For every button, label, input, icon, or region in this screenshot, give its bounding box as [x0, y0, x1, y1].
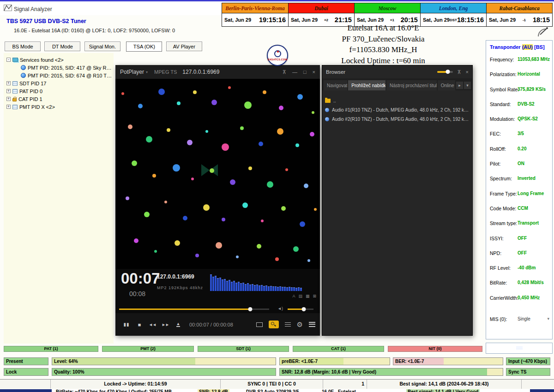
video-circle	[193, 90, 197, 94]
clock-time: 19:15:16	[259, 16, 286, 24]
expand-icon[interactable]: +	[6, 97, 11, 101]
chevron-down-icon[interactable]: ▾	[464, 82, 471, 89]
list-item[interactable]: Audio #2(R10 TNZ) - Dutch, MPEG Audio, 4…	[325, 114, 470, 124]
tree-item[interactable]: +SDT PID 17	[4, 79, 114, 87]
tree-item[interactable]: +CAT PID 1	[4, 95, 114, 103]
video-circle	[183, 216, 187, 220]
video-circle	[277, 128, 283, 135]
eject-button[interactable]: ▲	[172, 318, 185, 332]
stop-button[interactable]: ■	[133, 318, 146, 332]
statusbar-best-signal: Best signal: 14,1 dB (2024-06-29 18:43)	[367, 380, 522, 389]
seek-row: ◄)	[115, 305, 320, 313]
tree-item[interactable]: PMT PID: 2015, SID: 417 @ Sky Radio TNZ …	[4, 64, 114, 71]
tab-nastroj-prochazeni-titulku[interactable]: Nástroj procházení titulků	[386, 80, 437, 90]
close-box-icon[interactable]: ⊠	[313, 294, 316, 298]
video-circle	[146, 136, 152, 143]
spectrum-bar	[249, 285, 251, 291]
pin-icon[interactable]: ⊼	[283, 69, 286, 75]
expand-icon[interactable]: +	[6, 89, 11, 93]
transponder-value: Transport	[518, 220, 539, 226]
tree-item[interactable]: +PMT PID X <2>	[4, 103, 114, 111]
clipped-block	[530, 389, 554, 392]
video-circle	[203, 204, 210, 211]
tab-navigovat[interactable]: Navigovat	[324, 80, 347, 90]
clock-offset: +2	[324, 18, 328, 22]
seek-handle[interactable]	[248, 307, 253, 311]
tab-signal-mon[interactable]: Signal Mon.	[84, 42, 120, 51]
chevron-down-icon[interactable]: ▾	[146, 70, 148, 74]
menu-icon[interactable]	[309, 322, 315, 327]
close-icon[interactable]: ×	[313, 69, 315, 75]
annotation-text: Eutelsat 16A at 16.0°E PF 370_Lučenec/Sl…	[319, 23, 448, 66]
signal-analyzer-window: Signal Analyzer Berlin-Paris-Vienna-Roma…	[0, 0, 554, 392]
transponder-label: BitRate:	[490, 280, 507, 285]
transponder-row: MIS (0):Single▾	[486, 315, 552, 330]
tab-tsa[interactable]: TSA (OK)	[126, 42, 162, 52]
meter-label: Sync TS	[506, 369, 526, 374]
video-circle	[228, 86, 231, 89]
tab-prohlizec-nabidky[interactable]: Prohlížeč nabídky	[348, 80, 385, 90]
clipped-status-row: BitRate: ~470 Kbps for 470 Kbps | Outbuf…	[0, 389, 554, 392]
pause-button[interactable]: ▮▮	[120, 318, 133, 332]
list-item[interactable]: Audio #1(R10 TNZ) - Dutch, MPEG Audio, 4…	[325, 105, 470, 114]
playlist-icon[interactable]	[285, 322, 291, 327]
table-icon	[12, 89, 18, 94]
elapsed-time: 00:07	[121, 270, 160, 287]
expand-icon[interactable]: +	[6, 81, 11, 85]
tab-av-player[interactable]: AV Player	[166, 42, 202, 51]
panel-icon[interactable]: ▤	[298, 294, 302, 298]
next-button[interactable]: ►►	[159, 318, 172, 332]
lock-icon	[12, 98, 17, 101]
search-icon[interactable]	[269, 321, 279, 328]
panel-title-prefix: Transponder	[490, 44, 522, 50]
spectrum-bar	[275, 287, 277, 291]
grid-icon[interactable]: ▦	[306, 294, 310, 298]
opacity-handle[interactable]	[446, 70, 450, 74]
expand-icon[interactable]: +	[6, 105, 11, 109]
seek-bar[interactable]	[119, 309, 269, 310]
clipped-bitrate: BitRate: ~470 Kbps for 470 Kbps | Outbuf…	[54, 389, 173, 392]
transponder-row: Symbol Rate:375,829 KS/s	[486, 85, 552, 100]
chevron-right-icon[interactable]: ▸	[456, 82, 463, 89]
display-icon[interactable]	[256, 322, 263, 327]
browser-titlebar[interactable]: Browser ⊼ ×	[322, 65, 472, 78]
seek-fill	[119, 309, 250, 310]
level-meter: Level: 64%	[52, 357, 276, 365]
opacity-slider[interactable]	[437, 71, 453, 73]
ber-meter: BER: <1.0E-7	[393, 357, 503, 365]
spectrum-bar	[215, 276, 217, 291]
pin-icon[interactable]: ⊼	[458, 69, 461, 75]
dropdown-chevron-icon[interactable]: ▾	[547, 316, 549, 321]
statusbar-cell	[0, 380, 51, 389]
tree-item[interactable]: +PAT PID 0	[4, 87, 114, 95]
tree-item[interactable]: PMT PID: 2015, SID: 674 @ R10 TNZ (BP-TN…	[4, 71, 114, 79]
transponder-row: Code Mode:CCM	[486, 204, 552, 219]
tree-item-label: CAT PID 1	[18, 96, 42, 102]
video-circle	[261, 220, 264, 222]
volume-icon[interactable]: ◄)	[277, 306, 283, 311]
volume-handle[interactable]	[301, 307, 306, 311]
tab-dt-mode[interactable]: DT Mode	[44, 42, 80, 51]
video-area[interactable]	[115, 79, 320, 269]
minimize-icon[interactable]: —	[292, 69, 297, 75]
transponder-value: Long Frame	[518, 191, 544, 196]
list-item[interactable]: ..	[325, 96, 470, 105]
close-icon[interactable]: ×	[466, 69, 469, 75]
video-circle	[244, 101, 252, 109]
settings-icon[interactable]: ⚙	[297, 321, 303, 328]
video-circle	[240, 126, 244, 130]
letter-a-icon[interactable]: A	[292, 294, 295, 298]
potplayer-menu[interactable]: PotPlayer	[120, 69, 144, 75]
collapse-icon[interactable]: -	[6, 58, 11, 62]
spectrum-bar	[284, 287, 286, 291]
previous-button[interactable]: ◄◄	[146, 318, 159, 332]
statusbar-count: 1	[323, 380, 367, 389]
tab-bs-mode[interactable]: BS Mode	[5, 42, 41, 51]
maximize-icon[interactable]: □	[303, 69, 307, 75]
tab-online[interactable]: Online	[438, 80, 455, 90]
volume-slider[interactable]	[288, 309, 313, 310]
list-item-label: Audio #2(R10 TNZ) - Dutch, MPEG Audio, 4…	[332, 117, 470, 122]
video-circle	[158, 89, 165, 95]
potplayer-titlebar[interactable]: PotPlayer ▾ MPEG TS 127.0.0.1:6969 ⊼ — □…	[115, 65, 320, 79]
tree-item[interactable]: -Services found <2>	[4, 56, 114, 64]
